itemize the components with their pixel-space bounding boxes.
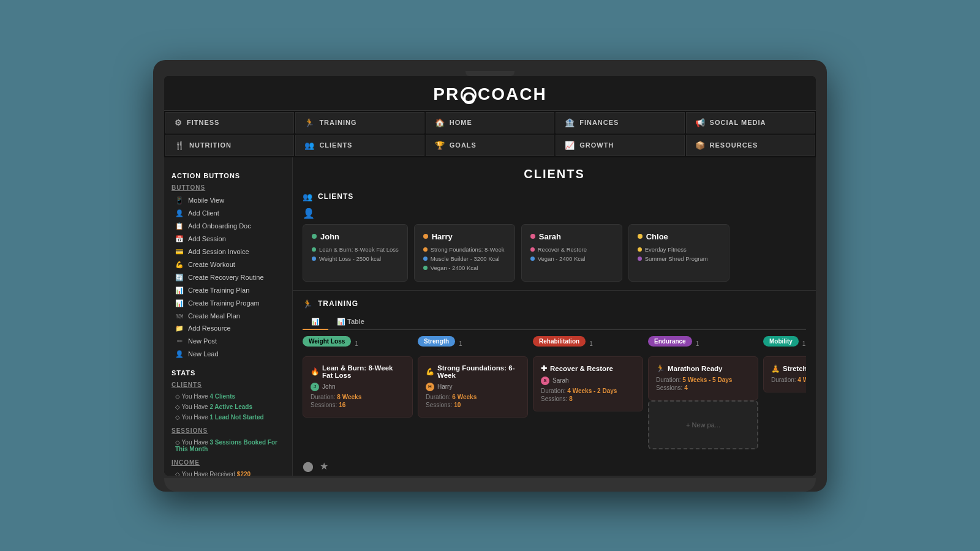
training-card-stretch[interactable]: 🧘 Stretch... Duration: 4 W... bbox=[763, 356, 806, 392]
john-tag-2: Weight Loss - 2500 kcal bbox=[312, 255, 399, 262]
client-name-harry: Harry bbox=[423, 232, 506, 241]
sidebar-item-new-lead[interactable]: 👤 New Lead bbox=[172, 348, 285, 361]
sarah-tag-1: Recover & Restore bbox=[530, 246, 613, 253]
tab-training-chart[interactable]: 📊 bbox=[303, 315, 328, 330]
content-area: CLIENTS 👥 CLIENTS 👤 bbox=[293, 157, 816, 476]
sidebar-item-add-resource[interactable]: 📁 Add Resource bbox=[172, 322, 285, 335]
badge-endurance: Endurance bbox=[648, 336, 692, 347]
sarah-status-dot bbox=[530, 234, 535, 239]
sidebar-item-create-training-program[interactable]: 📊 Create Training Progam bbox=[172, 297, 285, 310]
chloe-tag-2: Summer Shred Program bbox=[638, 255, 720, 262]
sidebar-item-mobile-view[interactable]: 📱 Mobile View bbox=[172, 194, 285, 207]
sidebar-item-create-training-plan[interactable]: 📊 Create Training Plan bbox=[172, 284, 285, 297]
stat-received: ◇ You Have Received $220 bbox=[172, 469, 285, 476]
chloe-status-dot bbox=[638, 234, 643, 239]
nav-grid: ⚙ FITNESS 🏃 TRAINING 🏠 HOME 🏦 FINANCES 📢 bbox=[164, 111, 816, 157]
badge-strength: Strength bbox=[418, 336, 455, 347]
nav-social-media[interactable]: 📢 SOCIAL MEDIA bbox=[686, 112, 815, 133]
buttons-subtitle: BUTTONS bbox=[172, 184, 285, 191]
training-card-strong-foundations[interactable]: 💪 Strong Foundations: 6-Week H Harry Dur… bbox=[418, 356, 528, 418]
sidebar-item-new-post[interactable]: ✏ New Post bbox=[172, 335, 285, 348]
nav-training[interactable]: 🏃 TRAINING bbox=[295, 112, 424, 133]
nav-clients[interactable]: 👥 CLIENTS bbox=[295, 135, 424, 156]
harry-tag-2: Muscle Builder - 3200 Kcal bbox=[423, 255, 506, 262]
add-resource-icon: 📁 bbox=[175, 324, 184, 332]
app-header: PROCOACH bbox=[164, 76, 816, 111]
recovery-icon: 🔄 bbox=[175, 274, 184, 282]
harry-avatar: H bbox=[426, 383, 434, 391]
fitness-icon: ⚙ bbox=[175, 118, 183, 127]
add-session-icon: 📅 bbox=[175, 235, 184, 243]
client-name-john: John bbox=[312, 232, 399, 241]
training-category-mobility: Mobility 1 🧘 Stretch... Duration: 4 W... bbox=[763, 336, 806, 449]
food-section: ⬤ ★ 🥦 Vegetable Stir-fry with Tofu Dinne… bbox=[293, 455, 816, 476]
food-circle-icon[interactable]: ⬤ bbox=[303, 460, 314, 472]
training-card-marathon-ready[interactable]: 🏃 Marathon Ready Duration: 5 Weeks - 5 D… bbox=[648, 356, 758, 400]
strong-foundations-duration: Duration: 6 Weeks bbox=[426, 394, 520, 400]
action-buttons-title: ACTION BUTTONS bbox=[172, 172, 285, 179]
sessions-stats-title: SESSIONS bbox=[172, 427, 285, 434]
training-section: 🏃 TRAINING 📊 📊 Table bbox=[293, 293, 816, 455]
sarah-tag-2: Vegan - 2400 Kcal bbox=[530, 255, 613, 262]
harry-tag-1: Strong Foundations: 8-Week bbox=[423, 246, 506, 253]
clients-stats-title: CLIENTS bbox=[172, 381, 285, 388]
nutrition-icon: 🍴 bbox=[175, 141, 185, 150]
strong-foundations-title: 💪 Strong Foundations: 6-Week bbox=[426, 364, 520, 379]
tab-training-table[interactable]: 📊 Table bbox=[328, 315, 373, 329]
home-icon: 🏠 bbox=[435, 118, 445, 127]
nav-fitness[interactable]: ⚙ FITNESS bbox=[165, 112, 294, 133]
nav-growth[interactable]: 📈 GROWTH bbox=[556, 135, 684, 156]
app-logo: PROCOACH bbox=[164, 84, 816, 104]
clients-section-label: CLIENTS bbox=[318, 192, 353, 201]
onboarding-icon: 📋 bbox=[175, 222, 184, 230]
strong-foundations-user: H Harry bbox=[426, 383, 520, 391]
food-star-icon[interactable]: ★ bbox=[320, 460, 328, 472]
client-card-chloe[interactable]: Chloe Everday Fitness Summer Shred Progr… bbox=[628, 224, 729, 282]
sidebar-item-create-meal-plan[interactable]: 🍽 Create Meal Plan bbox=[172, 310, 285, 322]
client-person-icon: 👤 bbox=[303, 208, 315, 219]
nav-goals[interactable]: 🏆 GOALS bbox=[426, 135, 554, 156]
training-card-lean-burn-title: 🔥 Lean & Burn: 8-Week Fat Loss bbox=[311, 364, 405, 379]
nav-home[interactable]: 🏠 HOME bbox=[426, 112, 554, 133]
stat-clients-count: ◇ You Have 4 Clients bbox=[172, 391, 285, 402]
nav-resources[interactable]: 📦 RESOURCES bbox=[686, 135, 815, 156]
mobile-view-icon: 📱 bbox=[175, 197, 184, 204]
client-card-sarah[interactable]: Sarah Recover & Restore Vegan - 2400 Kca… bbox=[521, 224, 622, 282]
nav-nutrition[interactable]: 🍴 NUTRITION bbox=[165, 135, 294, 156]
invoice-icon: 💳 bbox=[175, 248, 184, 256]
stretch-title: 🧘 Stretch... bbox=[771, 364, 806, 373]
training-section-icon: 🏃 bbox=[303, 299, 313, 309]
sidebar-item-add-invoice[interactable]: 💳 Add Session Invoice bbox=[172, 246, 285, 258]
add-page-button[interactable]: + New pa... bbox=[648, 400, 758, 449]
training-category-endurance: Endurance 1 🏃 Marathon Ready Duration: 5… bbox=[648, 336, 758, 449]
harry-tag-3: Vegan - 2400 Kcal bbox=[423, 264, 506, 271]
growth-icon: 📈 bbox=[565, 141, 575, 150]
stat-lead-not-started: ◇ You Have 1 Lead Not Started bbox=[172, 412, 285, 422]
client-card-john[interactable]: John Lean & Burn: 8-Week Fat Loss Weight… bbox=[303, 224, 408, 282]
client-card-harry[interactable]: Harry Strong Foundations: 8-Week Muscle … bbox=[414, 224, 515, 282]
sidebar-item-create-workout[interactable]: 💪 Create Workout bbox=[172, 258, 285, 271]
training-category-strength: Strength 1 💪 Strong Foundations: 6-Week bbox=[418, 336, 528, 449]
training-icon: 🏃 bbox=[304, 118, 315, 127]
training-section-title-row: 🏃 TRAINING bbox=[303, 299, 806, 309]
recover-restore-user: S Sarah bbox=[541, 377, 635, 385]
badge-mobility: Mobility bbox=[763, 336, 799, 347]
john-status-dot bbox=[312, 234, 317, 239]
training-card-lean-burn[interactable]: 🔥 Lean & Burn: 8-Week Fat Loss J John Du… bbox=[303, 356, 413, 418]
clients-section: 👥 CLIENTS 👤 John bbox=[293, 186, 816, 288]
badge-rehabilitation: Rehabilitation bbox=[533, 336, 586, 347]
marathon-ready-title: 🏃 Marathon Ready bbox=[656, 364, 750, 373]
sidebar-item-add-session[interactable]: 📅 Add Session bbox=[172, 233, 285, 246]
training-card-recover-restore[interactable]: ✚ Recover & Restore S Sarah Duration: 4 … bbox=[533, 356, 643, 411]
income-stats-title: INCOME bbox=[172, 459, 285, 466]
resources-icon: 📦 bbox=[695, 141, 706, 150]
new-lead-icon: 👤 bbox=[175, 350, 184, 358]
logo-icon: O bbox=[461, 87, 477, 103]
stats-title: STATS bbox=[172, 369, 285, 377]
client-name-chloe: Chloe bbox=[638, 232, 720, 241]
sidebar-item-add-onboarding[interactable]: 📋 Add Onboarding Doc bbox=[172, 220, 285, 233]
sarah-avatar: S bbox=[541, 377, 549, 385]
sidebar-item-create-recovery[interactable]: 🔄 Create Recovery Routine bbox=[172, 271, 285, 284]
nav-finances[interactable]: 🏦 FINANCES bbox=[556, 112, 684, 133]
sidebar-item-add-client[interactable]: 👤 Add Client bbox=[172, 207, 285, 220]
